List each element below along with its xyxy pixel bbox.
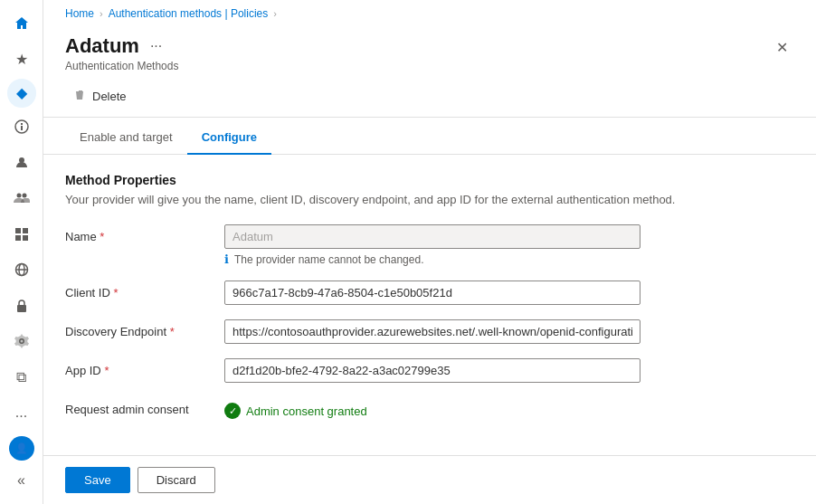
client-id-input[interactable] (224, 281, 640, 305)
discovery-endpoint-input[interactable] (224, 319, 640, 344)
sidebar-star-icon[interactable]: ★ (5, 43, 38, 74)
required-marker: * (100, 230, 104, 243)
sidebar-lock-icon[interactable] (5, 290, 38, 321)
page-subtitle: Authentication Methods (65, 60, 178, 72)
toolbar: Delete (43, 72, 816, 118)
consent-granted-badge: ✓ Admin consent granted (224, 397, 640, 419)
svg-rect-9 (23, 235, 28, 241)
svg-point-5 (22, 194, 26, 198)
breadcrumb: Home › Authentication methods | Policies… (43, 0, 816, 27)
main-content: Home › Authentication methods | Policies… (43, 0, 816, 504)
svg-rect-7 (23, 228, 28, 233)
svg-rect-8 (15, 235, 21, 241)
field-name-row: Name * ℹ The provider name cannot be cha… (65, 224, 794, 266)
title-area: Adatum ··· Authentication Methods (65, 34, 178, 72)
name-info-msg: ℹ The provider name cannot be changed. (224, 252, 640, 266)
check-circle-icon: ✓ (224, 403, 241, 419)
trash-icon (74, 89, 87, 104)
field-app-id-label: App ID * (65, 358, 210, 377)
footer: Save Discard (43, 455, 816, 504)
tab-configure[interactable]: Configure (187, 121, 271, 155)
section-title: Method Properties (65, 173, 794, 187)
sidebar-collapse-icon[interactable]: « (5, 464, 38, 496)
field-name-label: Name * (65, 224, 210, 243)
breadcrumb-sep2: › (273, 8, 277, 19)
page-header: Adatum ··· Authentication Methods ✕ (43, 27, 816, 72)
required-marker-3: * (170, 325, 175, 338)
sidebar-diamond-icon[interactable]: ◆ (7, 79, 36, 108)
breadcrumb-home[interactable]: Home (65, 7, 94, 20)
required-marker-2: * (113, 286, 118, 300)
field-discovery-endpoint-label: Discovery Endpoint * (65, 319, 210, 338)
content-area: Method Properties Your provider will giv… (43, 155, 816, 455)
svg-rect-15 (81, 93, 82, 98)
sidebar-user-avatar[interactable]: 👤 (9, 436, 34, 461)
tabs-bar: Enable and target Configure (43, 121, 816, 155)
app-id-input[interactable] (224, 358, 640, 383)
field-app-id-row: App ID * (65, 358, 794, 383)
name-input[interactable] (224, 224, 640, 249)
sidebar-grid-icon[interactable] (5, 218, 38, 250)
sidebar-home-icon[interactable] (5, 7, 38, 39)
discard-button[interactable]: Discard (138, 467, 215, 493)
field-discovery-endpoint-row: Discovery Endpoint * (65, 319, 794, 344)
sidebar-apps-icon[interactable]: ⧉ (5, 361, 38, 393)
sidebar-settings-icon[interactable] (5, 325, 38, 357)
field-name-container: ℹ The provider name cannot be changed. (224, 224, 640, 266)
svg-rect-14 (80, 93, 81, 98)
sidebar-more-icon[interactable]: ··· (5, 400, 38, 432)
svg-rect-6 (15, 228, 21, 233)
sidebar: ★ ◆ ⧉ ··· 👤 « (0, 0, 43, 504)
field-discovery-endpoint-container (224, 319, 640, 344)
save-button[interactable]: Save (65, 467, 130, 493)
field-app-id-container (224, 358, 640, 383)
svg-rect-2 (21, 123, 23, 125)
field-client-id-row: Client ID * (65, 281, 794, 305)
page-title-text: Adatum (65, 34, 139, 58)
required-marker-4: * (104, 364, 109, 377)
breadcrumb-middle[interactable]: Authentication methods | Policies (109, 7, 269, 20)
field-client-id-label: Client ID * (65, 281, 210, 300)
ellipsis-button[interactable]: ··· (147, 36, 166, 56)
delete-label: Delete (92, 90, 127, 103)
field-admin-consent-label: Request admin consent (65, 397, 210, 416)
tab-enable-and-target[interactable]: Enable and target (65, 121, 187, 155)
delete-button[interactable]: Delete (65, 83, 136, 109)
field-admin-consent-row: Request admin consent ✓ Admin consent gr… (65, 397, 794, 419)
close-button[interactable]: ✕ (769, 34, 794, 60)
field-admin-consent-container: ✓ Admin consent granted (224, 397, 640, 419)
sidebar-globe-icon[interactable] (5, 253, 38, 285)
info-circle-icon: ℹ (224, 252, 229, 266)
sidebar-person-icon[interactable] (5, 147, 38, 178)
svg-rect-1 (21, 126, 23, 130)
section-desc: Your provider will give you the name, cl… (65, 193, 794, 206)
sidebar-people-icon[interactable] (5, 182, 38, 214)
breadcrumb-sep1: › (100, 8, 103, 19)
svg-rect-13 (17, 305, 26, 312)
svg-point-4 (16, 194, 21, 198)
sidebar-info-icon[interactable] (5, 111, 38, 143)
page-title-row: Adatum ··· (65, 34, 178, 58)
field-client-id-container (224, 281, 640, 305)
